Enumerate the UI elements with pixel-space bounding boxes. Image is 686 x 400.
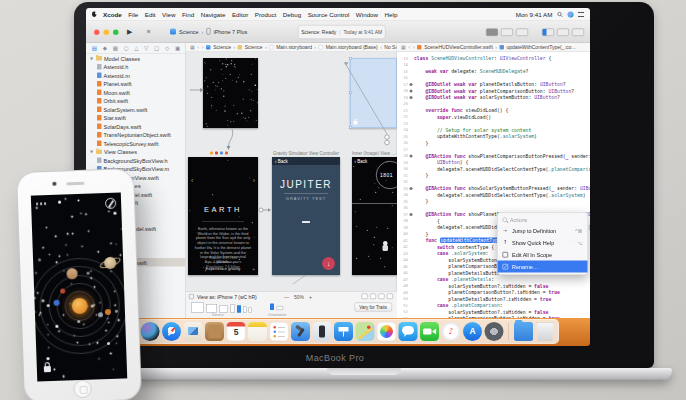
file-asteroid-m[interactable]: Asteroid.m <box>86 71 186 80</box>
assistant-editor-button[interactable] <box>501 29 513 37</box>
dock-itunes-icon[interactable] <box>442 322 461 341</box>
inspectors-toggle-button[interactable] <box>572 29 584 37</box>
canvas-grid-icon[interactable] <box>189 294 194 299</box>
dock-downloads-icon[interactable] <box>514 322 533 341</box>
file-star-swift[interactable]: Star.swift <box>86 114 186 123</box>
pin-constraints-icon[interactable] <box>370 294 376 300</box>
dock-simulator-icon[interactable] <box>313 322 332 341</box>
source-control-navigator-icon[interactable]: ◆ <box>103 45 107 52</box>
breadcrumb-science[interactable]: Science <box>245 45 263 51</box>
next-planet-icon[interactable]: › <box>253 176 255 184</box>
connection-well-icon[interactable] <box>410 187 413 190</box>
breadcrumb-no-selection[interactable]: No Selection <box>384 45 396 51</box>
dock-photos-icon[interactable] <box>377 322 396 341</box>
device-iphone-se[interactable] <box>243 307 247 313</box>
scene-dock-icons[interactable] <box>210 152 228 155</box>
disclosure-icon[interactable]: ▼ <box>90 150 94 155</box>
dock-messages-icon[interactable] <box>399 322 418 341</box>
group-view-classes[interactable]: ▼View Classes <box>86 148 186 157</box>
dock-calendar-icon[interactable]: 5 <box>227 322 246 341</box>
vary-for-traits-button[interactable]: Vary for Traits <box>354 303 392 312</box>
mercury[interactable] <box>98 312 103 317</box>
breadcrumb-science[interactable]: Science <box>213 45 231 51</box>
file-solardays-swift[interactable]: SolarDays.swift <box>86 122 186 131</box>
file-asteroid-h[interactable]: Asteroid.h <box>86 63 186 72</box>
zoom-out-button[interactable]: — <box>284 294 289 300</box>
reports-navigator-icon[interactable]: ▣ <box>175 45 180 52</box>
file-moon-swift[interactable]: Moon.swift <box>86 88 186 97</box>
device-iphone-4s[interactable] <box>249 308 252 313</box>
dock-reminders-icon[interactable] <box>270 322 289 341</box>
menu-navigate[interactable]: Navigate <box>201 11 226 18</box>
disclosure-icon[interactable]: ▼ <box>90 56 94 61</box>
dock-contacts-icon[interactable] <box>205 322 224 341</box>
run-button[interactable]: ▶ <box>127 27 132 35</box>
connection-well-icon[interactable] <box>410 154 413 157</box>
siri-icon[interactable] <box>568 11 574 17</box>
experience-gravity-link[interactable]: Experience gravity <box>188 266 258 271</box>
file-solarsystem-swift[interactable]: SolarSystem.swift <box>86 105 186 114</box>
landscape-icon[interactable] <box>277 306 284 310</box>
related-items-icon[interactable]: ▦ <box>190 45 195 51</box>
device-ipad-pro[interactable] <box>191 303 204 313</box>
breadcrumb-updatewithcontenttype-co-[interactable]: updateWithContentType(_:co… <box>506 45 576 51</box>
file-transneptunianobject-swift[interactable]: TransNeptunianObject.swift <box>86 131 186 140</box>
find-navigator-icon[interactable]: ○ <box>124 45 129 52</box>
menu-product[interactable]: Product <box>255 11 277 18</box>
iphone-screen[interactable] <box>31 192 127 381</box>
file-telescopicsurvey-swift[interactable]: TelescopicSurvey.swift <box>86 139 186 148</box>
symbols-navigator-icon[interactable]: ▦ <box>113 45 118 52</box>
apple-menu-icon[interactable] <box>92 12 97 18</box>
tests-navigator-icon[interactable]: ▽ <box>144 45 148 52</box>
breakpoints-navigator-icon[interactable]: ◇ <box>165 45 169 52</box>
compass-icon[interactable] <box>105 198 116 209</box>
scene-skybox[interactable] <box>203 58 258 128</box>
menu-debug[interactable]: Debug <box>283 11 301 18</box>
dock-facetime-icon[interactable] <box>420 322 439 341</box>
menu-find[interactable]: Find <box>182 11 194 18</box>
dock-app-store-icon[interactable] <box>463 322 482 341</box>
forward-icon[interactable]: › <box>202 45 204 51</box>
menu-edit[interactable]: Edit <box>145 11 156 18</box>
storyboard-canvas[interactable]: Gravity Simulator View Controller Inner … <box>186 52 397 291</box>
back-button[interactable]: ‹ Back <box>355 159 368 164</box>
menu-item-rename-[interactable]: Rename… <box>498 261 588 273</box>
breadcrumb-main-storyboard[interactable]: Main.storyboard <box>276 45 312 51</box>
previous-planet-icon[interactable]: ‹ <box>191 176 193 184</box>
moon[interactable] <box>77 320 80 323</box>
connection-well-icon[interactable] <box>410 89 413 92</box>
standard-editor-button[interactable] <box>486 29 498 37</box>
menu-item-show-quick-help[interactable]: ?Show Quick Help⌥ <box>498 237 588 249</box>
zoom-button[interactable] <box>113 30 119 36</box>
zoom-in-button[interactable]: + <box>309 294 312 300</box>
resolve-autolayout-icon[interactable] <box>379 294 385 300</box>
close-button[interactable] <box>94 30 100 36</box>
breadcrumb-scenehudviewcontroller-swift[interactable]: SceneHUDViewController.swift <box>424 45 493 51</box>
dock-xcode-icon[interactable] <box>291 322 310 341</box>
file-backgroundskyboxview-h[interactable]: BackgroundSkyBoxView.h <box>86 156 186 165</box>
back-button[interactable]: ‹ Back <box>272 157 340 165</box>
drop-button[interactable]: ↓ <box>322 257 335 270</box>
dock-mail-icon[interactable] <box>184 322 203 341</box>
dock-maps-icon[interactable] <box>356 322 375 341</box>
dock-safari-icon[interactable] <box>162 322 181 341</box>
issues-navigator-icon[interactable]: △ <box>134 45 138 52</box>
scene-earth-details[interactable]: ‹ › EARTH Earth, otherwise known as the … <box>188 157 258 275</box>
dock-siri-icon[interactable] <box>141 322 160 341</box>
scene-moon-image[interactable]: ‹ Back 1801 <box>352 157 397 275</box>
group-model-classes[interactable]: ▼Model Classes <box>86 54 186 63</box>
search-icon[interactable] <box>557 11 563 17</box>
device-ipad-mini[interactable] <box>219 306 228 313</box>
minimize-button[interactable] <box>104 30 110 36</box>
scene-gravity-test[interactable]: ‹ Back JUPITER GRAVITY TEST ↓ <box>272 157 340 275</box>
back-icon[interactable]: ‹ <box>197 45 199 51</box>
scene-selected[interactable] <box>350 58 397 128</box>
breadcrumb-main-storyboard-base-[interactable]: Main.storyboard (Base) <box>326 45 378 51</box>
menu-window[interactable]: Window <box>356 11 378 18</box>
portrait-icon[interactable] <box>270 304 274 311</box>
related-items-icon[interactable]: ▦ <box>401 45 406 51</box>
version-editor-button[interactable] <box>516 29 528 37</box>
connection-well-icon[interactable] <box>410 96 413 99</box>
align-constraints-icon[interactable] <box>362 294 368 300</box>
menu-view[interactable]: View <box>162 11 175 18</box>
